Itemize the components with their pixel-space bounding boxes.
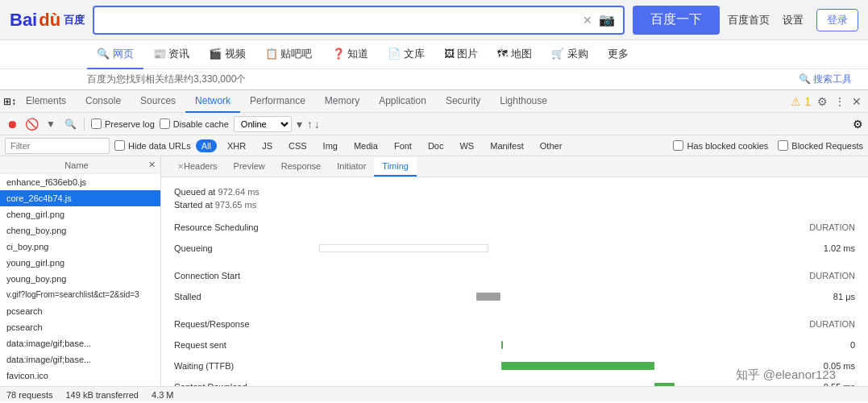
nav-item-tieba[interactable]: 📋 贴吧吧 bbox=[255, 40, 322, 69]
filter-input[interactable] bbox=[5, 138, 110, 154]
request-response-title: Request/Response bbox=[174, 319, 250, 329]
list-item-selected[interactable]: core_26c4b74.js bbox=[0, 190, 160, 206]
list-item[interactable]: favicon.ico bbox=[0, 368, 160, 384]
connection-start-title: Connection Start bbox=[174, 271, 240, 280]
queueing-bar bbox=[319, 244, 488, 252]
search-requests-icon[interactable]: 🔍 bbox=[63, 117, 77, 131]
nav-item-wenku[interactable]: 📄 文库 bbox=[378, 40, 434, 69]
list-item[interactable]: pcsearch bbox=[0, 319, 160, 335]
tab-performance[interactable]: Performance bbox=[240, 90, 315, 113]
download-icon[interactable]: ↓ bbox=[314, 118, 320, 131]
type-btn-media[interactable]: Media bbox=[348, 139, 384, 152]
timing-tab-response[interactable]: Response bbox=[273, 157, 330, 177]
tab-sources[interactable]: Sources bbox=[131, 90, 185, 113]
waiting-label: Waiting (TTFB) bbox=[174, 361, 303, 371]
type-btn-manifest[interactable]: Manifest bbox=[484, 139, 530, 152]
type-btn-font[interactable]: Font bbox=[388, 139, 417, 152]
upload-icon[interactable]: ↑ bbox=[307, 118, 313, 131]
type-btn-doc[interactable]: Doc bbox=[422, 139, 450, 152]
close-devtools-icon[interactable]: ✕ bbox=[852, 95, 862, 108]
blocked-requests-checkbox[interactable] bbox=[778, 140, 788, 151]
tab-elements[interactable]: Elements bbox=[16, 90, 76, 113]
preserve-log-label[interactable]: Preserve log bbox=[91, 118, 155, 129]
clear-button[interactable]: 🚫 bbox=[24, 117, 39, 131]
camera-icon[interactable]: 📷 bbox=[599, 12, 615, 27]
browser-bar: Baidù 百度 推动核酸检测结果全国互认 ✕ 📷 百度一下 百度首页 设置 登… bbox=[0, 0, 868, 40]
list-item[interactable]: cheng_boy.png bbox=[0, 222, 160, 239]
blocked-requests-text: Blocked Requests bbox=[791, 141, 863, 151]
tab-application[interactable]: Application bbox=[369, 90, 436, 113]
list-item[interactable]: cheng_girl.png bbox=[0, 206, 160, 222]
connection-start-header: Connection Start DURATION bbox=[174, 271, 855, 280]
nav-item-video[interactable]: 🎬 视频 bbox=[199, 40, 255, 69]
list-item[interactable]: young_girl.png bbox=[0, 255, 160, 271]
request-sent-duration: 0 bbox=[791, 340, 855, 350]
list-item[interactable]: v.gif?logFrom=searchlist&ct=2&sid=3 bbox=[0, 287, 160, 303]
hide-data-urls-checkbox[interactable] bbox=[114, 140, 125, 151]
login-button[interactable]: 登录 bbox=[816, 9, 858, 31]
disable-cache-checkbox[interactable] bbox=[160, 118, 170, 129]
tab-security[interactable]: Security bbox=[436, 90, 490, 113]
clear-icon[interactable]: ✕ bbox=[583, 14, 592, 27]
nav-item-news[interactable]: 📰 资讯 bbox=[143, 40, 200, 69]
nav-item-more[interactable]: 更多 bbox=[598, 40, 638, 69]
more-icon[interactable]: ⋮ bbox=[834, 95, 845, 108]
queueing-bar-area bbox=[303, 243, 791, 253]
disable-cache-label[interactable]: Disable cache bbox=[160, 118, 229, 129]
search-input[interactable]: 推动核酸检测结果全国互认 bbox=[102, 13, 583, 27]
blocked-requests-label[interactable]: Blocked Requests bbox=[778, 140, 863, 151]
devtools-toggle-icon[interactable]: ⊞ bbox=[3, 96, 11, 107]
hide-data-urls-label[interactable]: Hide data URLs bbox=[114, 140, 191, 151]
search-button[interactable]: 百度一下 bbox=[633, 6, 720, 35]
type-btn-img[interactable]: Img bbox=[318, 139, 343, 152]
list-item[interactable]: data:image/gif;base... bbox=[0, 351, 160, 368]
list-item[interactable]: enhance_f636eb0.js bbox=[0, 174, 160, 190]
throttle-select[interactable]: Online Fast 3G Slow 3G Offline bbox=[234, 116, 292, 132]
list-item[interactable]: data:image/gif;base... bbox=[0, 335, 160, 351]
tab-memory[interactable]: Memory bbox=[315, 90, 369, 113]
timing-tab-preview[interactable]: Preview bbox=[226, 157, 273, 177]
result-info: 百度为您找到相关结果约3,330,000个 🔍 搜索工具 bbox=[0, 69, 868, 89]
has-blocked-cookies-label[interactable]: Has blocked cookies bbox=[673, 140, 768, 151]
total-size: 4.3 M bbox=[152, 390, 174, 400]
home-link[interactable]: 百度首页 bbox=[728, 13, 770, 27]
has-blocked-cookies-checkbox[interactable] bbox=[673, 140, 683, 151]
type-btn-js[interactable]: JS bbox=[256, 139, 278, 152]
nav-item-purchase[interactable]: 🛒 采购 bbox=[542, 40, 598, 69]
nav-item-image[interactable]: 🖼 图片 bbox=[434, 40, 488, 69]
settings-right: ⚙ bbox=[853, 118, 863, 131]
stalled-bar-area bbox=[303, 292, 791, 301]
waiting-bar bbox=[501, 362, 654, 370]
type-btn-css[interactable]: CSS bbox=[283, 139, 313, 152]
nav-item-webpage[interactable]: 🔍 网页 bbox=[87, 40, 143, 69]
preserve-log-checkbox[interactable] bbox=[91, 118, 102, 129]
timing-tab-headers[interactable]: ✕ Headers bbox=[166, 157, 226, 177]
settings-icon[interactable]: ⚙ bbox=[817, 95, 828, 108]
type-btn-xhr[interactable]: XHR bbox=[222, 139, 251, 152]
filter-icon[interactable]: ▼ bbox=[44, 117, 58, 131]
devtools-panel: ⊞ ↕ Elements Console Sources Network Per… bbox=[0, 89, 868, 402]
type-btn-all[interactable]: All bbox=[196, 139, 217, 152]
nav-item-map[interactable]: 🗺 地图 bbox=[488, 40, 542, 69]
type-btn-ws[interactable]: WS bbox=[454, 139, 480, 152]
list-item[interactable]: ci_boy.png bbox=[0, 239, 160, 255]
tab-console[interactable]: Console bbox=[76, 90, 131, 113]
throttle-dropdown-icon[interactable]: ▾ bbox=[297, 118, 302, 131]
nav-item-zhidao[interactable]: ❓ 知道 bbox=[322, 40, 379, 69]
timing-tab-timing[interactable]: Timing bbox=[374, 157, 417, 177]
settings-link[interactable]: 设置 bbox=[783, 13, 804, 27]
stalled-bar bbox=[476, 293, 500, 301]
network-settings-icon[interactable]: ⚙ bbox=[853, 118, 863, 131]
list-item[interactable]: pcsearch bbox=[0, 303, 160, 319]
tab-lighthouse[interactable]: Lighthouse bbox=[490, 90, 557, 113]
request-sent-bar bbox=[501, 341, 503, 349]
tab-network[interactable]: Network bbox=[185, 90, 240, 113]
type-btn-other[interactable]: Other bbox=[534, 139, 568, 152]
timing-tab-initiator[interactable]: Initiator bbox=[329, 157, 374, 177]
connection-start-duration-label: DURATION bbox=[809, 271, 855, 280]
main-content: Name ✕ enhance_f636eb0.js core_26c4b74.j… bbox=[0, 156, 868, 386]
browser-nav: 百度首页 设置 登录 bbox=[728, 9, 858, 31]
record-button[interactable]: ⏺ bbox=[5, 117, 19, 131]
search-tool-button[interactable]: 🔍 搜索工具 bbox=[799, 73, 852, 86]
list-item[interactable]: young_boy.png bbox=[0, 271, 160, 287]
